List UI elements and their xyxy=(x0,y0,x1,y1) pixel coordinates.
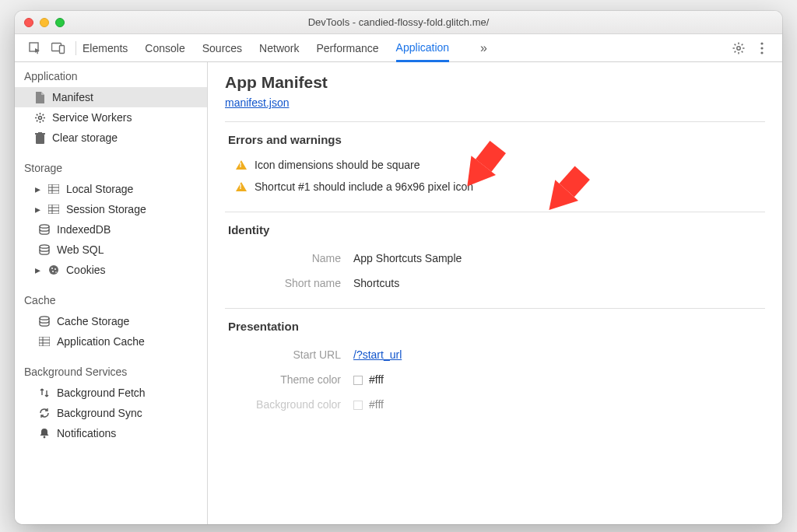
warning-icon xyxy=(236,182,247,191)
sidebar-item-local-storage[interactable]: ▸ Local Storage xyxy=(15,179,207,199)
window-title: DevTools - candied-flossy-fold.glitch.me… xyxy=(15,16,782,28)
zoom-icon[interactable] xyxy=(55,18,65,27)
svg-point-20 xyxy=(40,317,49,320)
more-tabs-icon[interactable]: » xyxy=(480,41,487,55)
gear-icon xyxy=(33,111,46,124)
svg-point-15 xyxy=(49,265,58,275)
sidebar-item-label: Cache Storage xyxy=(57,315,129,327)
sidebar-item-label: Application Cache xyxy=(57,335,145,348)
file-icon xyxy=(33,91,46,103)
bell-icon xyxy=(38,427,51,439)
svg-point-19 xyxy=(55,271,57,273)
svg-rect-2 xyxy=(60,45,65,53)
sidebar-group-application: Application xyxy=(15,62,207,87)
tab-console[interactable]: Console xyxy=(145,34,184,61)
kv-theme-color: Theme color #fff xyxy=(225,367,765,392)
chevron-right-icon: ▸ xyxy=(33,264,41,276)
warning-text: Shortcut #1 should include a 96x96 pixel… xyxy=(255,180,473,193)
sidebar-item-bg-fetch[interactable]: Background Fetch xyxy=(15,383,207,403)
section-presentation: Presentation Start URL /?start_url Theme… xyxy=(225,308,765,417)
kv-name: Name App Shortcuts Sample xyxy=(225,246,765,271)
inspect-icon[interactable] xyxy=(26,42,44,54)
tab-sources[interactable]: Sources xyxy=(202,34,242,61)
svg-point-16 xyxy=(51,268,53,269)
svg-rect-21 xyxy=(39,337,50,346)
panel-tabs: Elements Console Sources Network Perform… xyxy=(83,34,487,61)
devtools-window: DevTools - candied-flossy-fold.glitch.me… xyxy=(15,11,782,524)
trash-icon xyxy=(33,131,46,144)
sidebar-item-bg-sync[interactable]: Background Sync xyxy=(15,403,207,423)
section-title: Identity xyxy=(228,223,765,236)
sidebar-item-label: Background Fetch xyxy=(57,387,146,399)
sidebar-group-storage: Storage xyxy=(15,154,207,179)
tab-application[interactable]: Application xyxy=(396,35,450,62)
svg-point-6 xyxy=(760,51,763,54)
sidebar-item-indexeddb[interactable]: IndexedDB xyxy=(15,219,207,240)
svg-rect-11 xyxy=(48,184,59,194)
kv-label: Start URL xyxy=(225,348,353,361)
device-toggle-icon[interactable] xyxy=(49,42,68,54)
svg-rect-8 xyxy=(36,135,44,144)
swap-icon xyxy=(38,387,51,399)
svg-rect-10 xyxy=(38,132,42,134)
sync-icon xyxy=(38,407,51,419)
main-panel: App Manifest manifest.json Errors and wa… xyxy=(208,62,782,524)
sidebar-item-websql[interactable]: Web SQL xyxy=(15,240,207,260)
svg-point-13 xyxy=(40,225,49,228)
sidebar-group-cache: Cache xyxy=(15,286,207,311)
start-url-link[interactable]: /?start_url xyxy=(353,348,402,361)
warning-row: Shortcut #1 should include a 96x96 pixel… xyxy=(225,177,765,199)
section-title: Errors and warnings xyxy=(228,133,765,146)
devtools-toolbar: Elements Console Sources Network Perform… xyxy=(15,34,782,62)
sidebar-item-clear-storage[interactable]: Clear storage xyxy=(15,128,207,148)
svg-point-3 xyxy=(737,46,740,49)
kv-short-name: Short name Shortcuts xyxy=(225,271,765,296)
chevron-right-icon: ▸ xyxy=(33,183,41,195)
warning-icon xyxy=(236,160,247,170)
svg-point-18 xyxy=(52,271,54,272)
svg-point-4 xyxy=(760,42,763,44)
warning-text: Icon dimensions should be square xyxy=(255,159,420,171)
tab-performance[interactable]: Performance xyxy=(316,34,378,61)
kv-value: #fff xyxy=(369,398,384,411)
svg-point-17 xyxy=(54,268,56,270)
sidebar-item-label: Notifications xyxy=(57,427,116,439)
kv-value: #fff xyxy=(369,373,384,386)
sidebar-item-app-cache[interactable]: Application Cache xyxy=(15,331,207,352)
kv-label: Short name xyxy=(225,277,353,289)
settings-icon[interactable] xyxy=(729,41,748,55)
database-icon xyxy=(38,243,51,256)
sidebar-item-label: IndexedDB xyxy=(57,223,111,236)
kebab-menu-icon[interactable] xyxy=(753,42,771,54)
sidebar-item-label: Web SQL xyxy=(57,243,104,256)
close-icon[interactable] xyxy=(24,18,33,27)
sidebar-item-cache-storage[interactable]: Cache Storage xyxy=(15,311,207,331)
kv-label: Background color xyxy=(225,398,353,411)
sidebar: Application Manifest Service Workers Cle… xyxy=(15,62,208,524)
separator xyxy=(75,41,76,55)
tab-network[interactable]: Network xyxy=(259,34,299,61)
section-title: Presentation xyxy=(228,320,765,333)
sidebar-item-label: Session Storage xyxy=(66,203,146,215)
svg-rect-12 xyxy=(48,205,59,214)
kv-label: Theme color xyxy=(225,373,353,386)
svg-point-14 xyxy=(40,245,49,248)
database-icon xyxy=(38,315,51,327)
sidebar-item-service-workers[interactable]: Service Workers xyxy=(15,107,207,128)
sidebar-item-session-storage[interactable]: ▸ Session Storage xyxy=(15,199,207,219)
titlebar: DevTools - candied-flossy-fold.glitch.me… xyxy=(15,11,782,34)
kv-value: App Shortcuts Sample xyxy=(353,252,462,264)
color-swatch xyxy=(353,376,363,385)
chevron-right-icon: ▸ xyxy=(33,203,41,215)
minimize-icon[interactable] xyxy=(40,18,49,27)
sidebar-item-cookies[interactable]: ▸ Cookies xyxy=(15,260,207,280)
color-swatch xyxy=(353,401,363,410)
sidebar-item-notifications[interactable]: Notifications xyxy=(15,423,207,443)
svg-point-5 xyxy=(760,47,763,49)
sidebar-item-manifest[interactable]: Manifest xyxy=(15,87,207,107)
kv-value: Shortcuts xyxy=(353,277,399,289)
grid-icon xyxy=(38,335,51,348)
kv-start-url: Start URL /?start_url xyxy=(225,342,765,367)
manifest-link[interactable]: manifest.json xyxy=(225,96,289,109)
tab-elements[interactable]: Elements xyxy=(83,34,128,61)
